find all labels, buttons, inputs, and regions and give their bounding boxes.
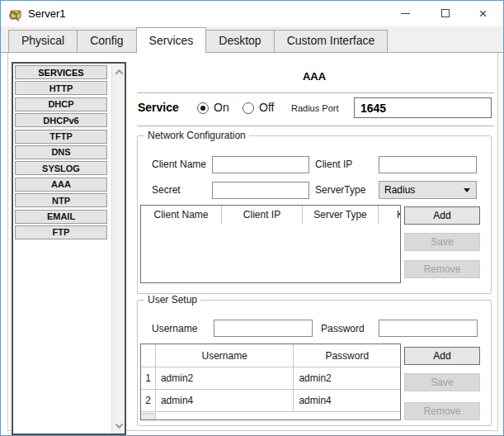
server-type-value: Radius bbox=[384, 184, 415, 196]
network-save-button[interactable]: Save bbox=[404, 233, 480, 251]
user-setup-legend: User Setup bbox=[144, 294, 200, 306]
username-label: Username bbox=[152, 323, 197, 334]
network-clients-table-header: Client Name Client IP Server Type K bbox=[141, 206, 400, 224]
col-username: Username bbox=[156, 344, 294, 367]
sidebar-item-dhcp[interactable]: DHCP bbox=[15, 97, 107, 111]
scroll-up-icon[interactable] bbox=[112, 65, 125, 78]
sidebar-item-ntp[interactable]: NTP bbox=[15, 193, 107, 207]
user-setup-group: User Setup Username Password Username Pa… bbox=[137, 300, 492, 426]
divider-service bbox=[137, 126, 494, 126]
sidebar-item-dns[interactable]: DNS bbox=[15, 145, 107, 159]
network-add-button[interactable]: Add bbox=[404, 206, 480, 225]
table-row-stub bbox=[141, 413, 156, 419]
col-key: K bbox=[379, 206, 400, 224]
row-username: admin2 bbox=[156, 367, 294, 389]
network-remove-button[interactable]: Remove bbox=[404, 260, 480, 278]
tab-physical[interactable]: Physical bbox=[8, 30, 78, 52]
radius-port-label: Radius Port bbox=[291, 103, 338, 113]
network-configuration-group: Network Configuration Client Name Client… bbox=[137, 135, 492, 294]
radius-port-input[interactable] bbox=[354, 97, 492, 118]
minimize-button[interactable] bbox=[387, 1, 424, 26]
row-number: 1 bbox=[141, 367, 156, 389]
tab-config[interactable]: Config bbox=[77, 30, 136, 52]
tab-services[interactable]: Services bbox=[136, 27, 207, 53]
user-remove-button[interactable]: Remove bbox=[404, 402, 480, 420]
window-title: Server1 bbox=[28, 7, 66, 20]
service-on-label: On bbox=[214, 101, 229, 114]
sidebar-item-email[interactable]: EMAIL bbox=[15, 210, 107, 224]
sidebar-item-aaa[interactable]: AAA bbox=[15, 178, 107, 192]
secret-input[interactable] bbox=[212, 182, 309, 199]
close-icon: × bbox=[479, 7, 488, 21]
col-row-number bbox=[141, 344, 156, 367]
service-on-radio[interactable] bbox=[197, 102, 209, 114]
server-type-dropdown[interactable]: Radius bbox=[379, 181, 477, 199]
server-dialog-window: Server1 × Physical Config Services Deskt… bbox=[0, 0, 504, 436]
password-input[interactable] bbox=[379, 320, 478, 337]
users-table-header: Username Password bbox=[141, 344, 400, 367]
maximize-button[interactable] bbox=[426, 1, 464, 26]
sidebar-item-http[interactable]: HTTP bbox=[15, 81, 107, 95]
maximize-icon bbox=[441, 9, 450, 17]
sidebar-item-tftp[interactable]: TFTP bbox=[15, 130, 107, 144]
col-password: Password bbox=[294, 344, 400, 367]
row-number: 2 bbox=[141, 390, 156, 411]
table-row[interactable]: 1 admin2 admin2 bbox=[141, 367, 400, 390]
client-name-input[interactable] bbox=[212, 156, 309, 173]
network-clients-table[interactable]: Client Name Client IP Server Type K bbox=[140, 205, 401, 283]
sidebar-item-services-header: SERVICES bbox=[15, 65, 107, 79]
sidebar-item-ftp[interactable]: FTP bbox=[15, 225, 107, 239]
user-save-button[interactable]: Save bbox=[404, 373, 480, 391]
packet-tracer-icon bbox=[8, 7, 23, 21]
services-sidebar: SERVICES HTTP DHCP DHCPv6 TFTP DNS SYSLO… bbox=[12, 62, 126, 435]
service-off-radio[interactable] bbox=[243, 102, 254, 114]
tab-custom-interface[interactable]: Custom Interface bbox=[274, 30, 389, 52]
client-ip-input[interactable] bbox=[379, 156, 477, 173]
server-type-label: ServerType bbox=[315, 184, 365, 196]
col-client-name: Client Name bbox=[141, 206, 222, 224]
tab-bar: Physical Config Services Desktop Custom … bbox=[1, 26, 503, 53]
sidebar-item-dhcpv6[interactable]: DHCPv6 bbox=[15, 113, 107, 127]
chevron-down-icon bbox=[464, 188, 470, 192]
page-title: AAA bbox=[133, 70, 496, 83]
network-configuration-legend: Network Configuration bbox=[144, 130, 249, 141]
minimize-icon bbox=[401, 13, 410, 14]
row-password: admin2 bbox=[294, 367, 400, 389]
row-password: admin4 bbox=[294, 390, 400, 411]
service-off-label: Off bbox=[259, 101, 274, 114]
services-list: SERVICES HTTP DHCP DHCPv6 TFTP DNS SYSLO… bbox=[15, 65, 108, 241]
row-username: admin4 bbox=[156, 390, 294, 411]
tab-desktop[interactable]: Desktop bbox=[205, 30, 274, 52]
username-input[interactable] bbox=[214, 320, 313, 337]
service-label: Service bbox=[138, 101, 179, 114]
users-table[interactable]: Username Password 1 admin2 admin2 2 admi… bbox=[140, 344, 401, 420]
user-add-button[interactable]: Add bbox=[404, 347, 480, 365]
col-client-ip: Client IP bbox=[222, 206, 303, 224]
close-button[interactable]: × bbox=[464, 1, 502, 26]
table-row[interactable]: 2 admin4 admin4 bbox=[141, 390, 400, 412]
client-name-label: Client Name bbox=[152, 159, 206, 170]
client-ip-label: Client IP bbox=[315, 159, 352, 170]
scroll-down-icon[interactable] bbox=[112, 419, 125, 432]
title-bar: Server1 × bbox=[1, 1, 503, 26]
password-label: Password bbox=[321, 323, 365, 334]
secret-label: Secret bbox=[152, 184, 181, 196]
sidebar-scrollbar[interactable] bbox=[111, 64, 125, 434]
divider-top bbox=[137, 92, 494, 93]
sidebar-item-syslog[interactable]: SYSLOG bbox=[15, 161, 107, 175]
col-server-type: Server Type bbox=[303, 206, 379, 224]
